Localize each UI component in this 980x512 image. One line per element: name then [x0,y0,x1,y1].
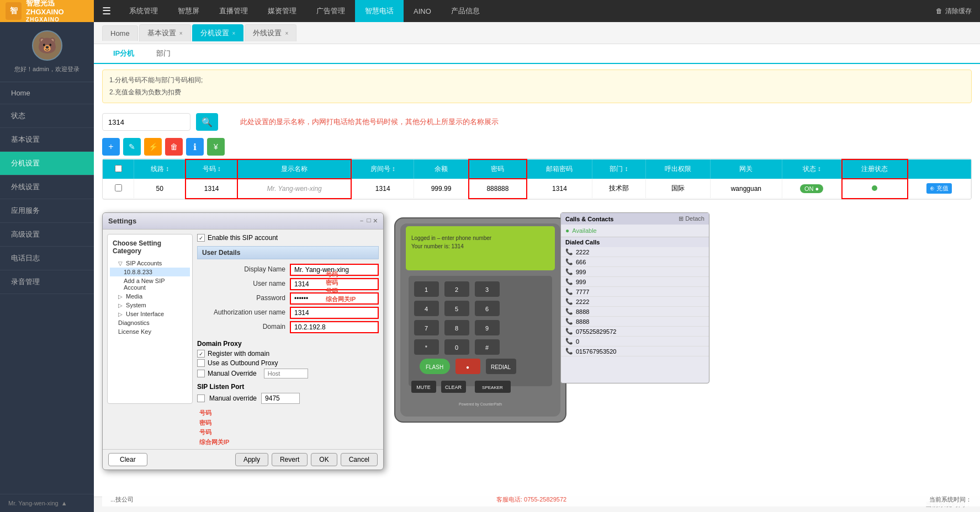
tree-media[interactable]: ▷ Media [110,292,190,301]
outbound-checkbox[interactable] [197,359,205,367]
logo: 智 智慧光迅 ZHGXAINO ZHGXAINO [0,0,94,22]
nav-item-media[interactable]: 媒资管理 [258,0,306,22]
nav-item-screen[interactable]: 智慧屏 [168,0,209,22]
nav-item-product[interactable]: 产品信息 [441,0,490,22]
sidebar-item-outside[interactable]: 外线设置 [0,175,94,199]
warn-button[interactable]: ⚡ [144,138,162,156]
select-all-checkbox[interactable] [115,165,122,172]
sub-tab-department[interactable]: 部门 [145,44,182,64]
register-checkbox[interactable] [197,350,205,358]
tree-diagnostics[interactable]: Diagnostics [110,318,190,327]
hamburger-icon[interactable]: ☰ [94,5,119,17]
ok-button[interactable]: OK [311,453,337,466]
tab-extension-settings[interactable]: 分机设置 × [192,24,244,41]
edit-button[interactable]: ✎ [123,138,141,156]
tab-extension-close[interactable]: × [232,30,236,36]
apply-button[interactable]: Apply [235,453,268,466]
status-toggle[interactable]: ON ● [800,184,823,193]
notice-line2: 2.充值金额为负数为扣费 [109,87,965,99]
current-time-label: 当前系统时间： [925,500,972,509]
user-details-header: User Details [197,246,379,259]
sidebar-item-status[interactable]: 状态 [0,104,94,128]
tree-license[interactable]: License Key [110,327,190,336]
row-reg-status [842,179,908,199]
sidebar-footer: Mr. Yang-wen-xing ▲ [0,494,94,512]
outbound-label: Use as Outbound Proxy [208,359,278,367]
tab-outside-close[interactable]: × [285,30,288,36]
search-input[interactable] [102,113,190,131]
domain-value[interactable]: 10.2.192.8 [290,321,379,333]
dialog-maximize-icon[interactable]: □ [367,216,371,226]
sidebar: 🐻 您好！admin，欢迎登录 Home 状态 基本设置 分机设置 外线设置 应… [0,22,94,512]
manual-override-host-input[interactable] [264,369,308,378]
logo-icon: 智 [6,2,22,20]
enable-sip-checkbox[interactable] [197,234,205,242]
tab-basic-settings[interactable]: 基本设置 × [139,24,191,41]
port-override-checkbox[interactable] [197,394,205,402]
domain-label: Domain [197,321,285,333]
nav-item-ads[interactable]: 广告管理 [306,0,355,22]
sidebar-item-call-log[interactable]: 电话日志 [0,247,94,270]
manual-override-label: Manual Override [208,370,257,377]
dialog-footer: Clear Apply Revert OK Cancel [103,449,383,470]
revert-button[interactable]: Revert [272,453,308,466]
sub-tab-ip[interactable]: IP分机 [102,44,145,64]
password-annotation: 密码 [199,419,211,426]
password-value[interactable]: •••••• [290,292,379,305]
user-avatar-area: 🐻 您好！admin，欢迎登录 [0,22,94,82]
sidebar-item-services[interactable]: 应用服务 [0,199,94,223]
tab-home-label: Home [110,29,130,38]
nav-item-live[interactable]: 直播管理 [209,0,258,22]
tree-add-sip[interactable]: Add a New SIP Account [110,276,190,292]
clear-cache-label[interactable]: 清除缓存 [945,7,972,16]
tab-outside-label: 外线设置 [253,28,282,38]
row-line: 50 [134,179,186,199]
row-dept: 技术部 [592,179,645,199]
auth-user-value[interactable]: 1314 [290,307,379,319]
register-label: Register with domain [208,350,269,358]
tree-user-interface[interactable]: ▷ User Interface [110,310,190,318]
user-greeting: 您好！admin，欢迎登录 [14,65,80,73]
recharge-button[interactable]: ⊕ 充值 [926,183,952,194]
row-checkbox [103,179,134,199]
tree-system[interactable]: ▷ System [110,301,190,310]
money-button[interactable]: ¥ [207,138,225,156]
sidebar-item-recording[interactable]: 录音管理 [0,270,94,294]
col-dept: 部门 ↕ [592,159,645,179]
extensions-table: 线路 ↕ 号码 ↕ 显示名称 房间号 ↕ 余额 密码 邮箱密码 部门 ↕ 呼出权… [103,159,971,199]
nav-item-phone[interactable]: 智慧电话 [355,0,404,22]
sub-tabs: IP分机 部门 [94,44,980,64]
display-name-value[interactable]: Mr. Yang-wen-xing [290,264,379,276]
username-annotation: 号码 [199,409,211,416]
settings-dialog[interactable]: Settings － □ × Choose Setting Category ▽… [102,212,384,470]
nav-item-aino[interactable]: AINO [404,0,441,22]
tree-sip-accounts[interactable]: ▽ SIP Accounts [110,259,190,268]
outbound-check-row: Use as Outbound Proxy [197,359,379,367]
tab-outside-settings[interactable]: 外线设置 × [245,24,296,41]
nav-item-system[interactable]: 系统管理 [119,0,168,22]
dialog-close-icon[interactable]: × [373,216,378,226]
add-button[interactable]: + [102,138,120,156]
sidebar-item-advanced[interactable]: 高级设置 [0,223,94,247]
port-input[interactable] [261,393,300,404]
cancel-button[interactable]: Cancel [341,453,378,466]
row-room: 1314 [351,179,414,199]
nav-right: 🗑 清除缓存 [936,7,980,16]
info-button[interactable]: ℹ [186,138,204,156]
clear-button[interactable]: Clear [108,453,147,466]
row-call-out: 国际 [645,179,710,199]
row-select-checkbox[interactable] [115,184,122,191]
manual-override-checkbox[interactable] [197,370,205,377]
sidebar-item-extension[interactable]: 分机设置 [0,152,94,175]
tab-basic-settings-close[interactable]: × [179,30,183,36]
sidebar-item-home[interactable]: Home [0,82,94,104]
search-button[interactable]: 🔍 [196,113,218,131]
sidebar-item-basic-settings[interactable]: 基本设置 [0,128,94,152]
username-value[interactable]: 1314 [290,278,379,290]
row-display-name: Mr. Yang-wen-xing [237,179,351,199]
dialog-minimize-icon[interactable]: － [358,216,365,226]
delete-button[interactable]: 🗑 [165,138,183,156]
tab-home[interactable]: Home [102,25,138,41]
tree-sip-address[interactable]: 10.8.8.233 [110,268,190,276]
chevron-up-icon: ▲ [61,500,67,506]
